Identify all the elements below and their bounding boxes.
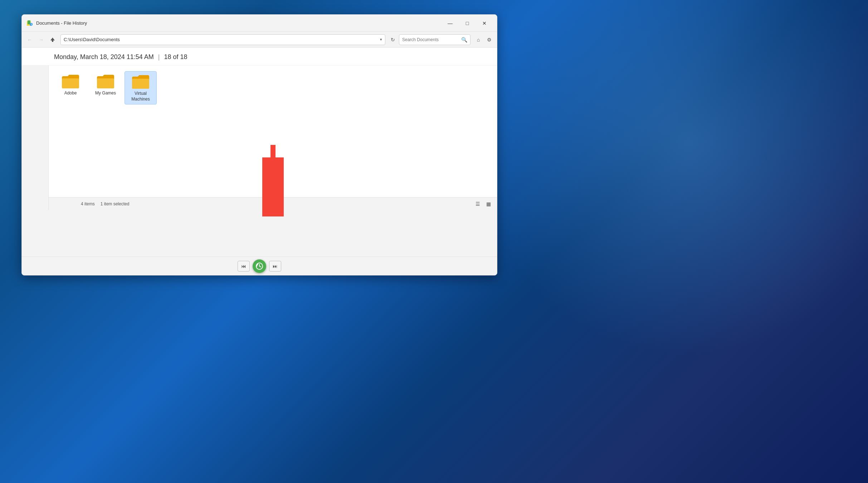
file-history-icon	[26, 20, 33, 27]
settings-button[interactable]: ⚙	[484, 35, 494, 45]
folder-adobe[interactable]: Adobe	[54, 71, 87, 104]
up-button[interactable]	[48, 35, 58, 45]
close-button[interactable]: ✕	[476, 18, 493, 29]
title-bar: Documents - File History — □ ✕	[22, 15, 497, 32]
back-button[interactable]: ←	[25, 35, 35, 45]
address-bar[interactable]: C:\Users\David\Documents ▾	[60, 34, 385, 45]
svg-rect-7	[132, 79, 149, 89]
item-count: 4 items	[81, 201, 95, 206]
folder-icon-virtual-machines	[131, 74, 150, 89]
address-path: C:\Users\David\Documents	[64, 37, 380, 42]
nav-bottom-bar: ⏮ ⏭	[22, 257, 497, 275]
svg-rect-5	[62, 78, 79, 88]
maximize-button[interactable]: □	[459, 18, 476, 29]
folder-icon-adobe	[61, 73, 80, 89]
folder-my-games[interactable]: My Games	[89, 71, 122, 104]
refresh-button[interactable]: ↻	[388, 35, 398, 44]
date-separator: |	[158, 53, 160, 61]
search-bar[interactable]: 🔍	[399, 34, 470, 45]
status-bar: 4 items 1 item selected ☰ ▦	[49, 197, 497, 210]
page-info: 18 of 18	[164, 53, 187, 61]
window-title: Documents - File History	[36, 20, 442, 26]
nav-bar: ← → C:\Users\David\Documents ▾ ↻ 🔍 ⌂ ⚙	[22, 32, 497, 48]
main-area: Adobe My Games	[22, 65, 497, 210]
folder-virtual-machines[interactable]: Virtual Machines	[125, 71, 157, 104]
sidebar	[22, 65, 49, 210]
search-input[interactable]	[402, 37, 461, 42]
forward-button[interactable]: →	[36, 35, 46, 45]
restore-icon	[255, 262, 263, 270]
restore-button[interactable]	[253, 259, 266, 273]
previous-button[interactable]: ⏮	[238, 261, 250, 272]
list-view-button[interactable]: ☰	[473, 200, 482, 208]
svg-marker-3	[50, 38, 55, 40]
date-info-bar: Monday, March 18, 2024 11:54 AM | 18 of …	[22, 48, 497, 65]
file-history-window: Documents - File History — □ ✕ ← → C:\Us…	[21, 14, 497, 275]
window-controls: — □ ✕	[442, 18, 493, 29]
next-button[interactable]: ⏭	[269, 261, 281, 272]
grid-view-button[interactable]: ▦	[484, 200, 493, 208]
folder-label-my-games: My Games	[95, 91, 116, 96]
minimize-button[interactable]: —	[442, 18, 458, 29]
folder-label-virtual-machines: Virtual Machines	[127, 91, 154, 102]
home-button[interactable]: ⌂	[473, 35, 483, 45]
address-chevron-icon[interactable]: ▾	[380, 37, 382, 42]
folder-label-adobe: Adobe	[64, 91, 77, 96]
svg-rect-6	[97, 78, 114, 88]
folder-icon-my-games	[96, 73, 115, 89]
view-controls: ☰ ▦	[473, 200, 493, 208]
svg-rect-4	[52, 40, 53, 42]
date-text: Monday, March 18, 2024 11:54 AM	[54, 53, 154, 61]
folders-grid: Adobe My Games	[49, 65, 497, 110]
up-arrow-icon	[50, 37, 55, 43]
selected-count: 1 item selected	[101, 201, 130, 206]
toolbar-icons: ⌂ ⚙	[473, 35, 494, 45]
search-icon[interactable]: 🔍	[461, 37, 467, 43]
